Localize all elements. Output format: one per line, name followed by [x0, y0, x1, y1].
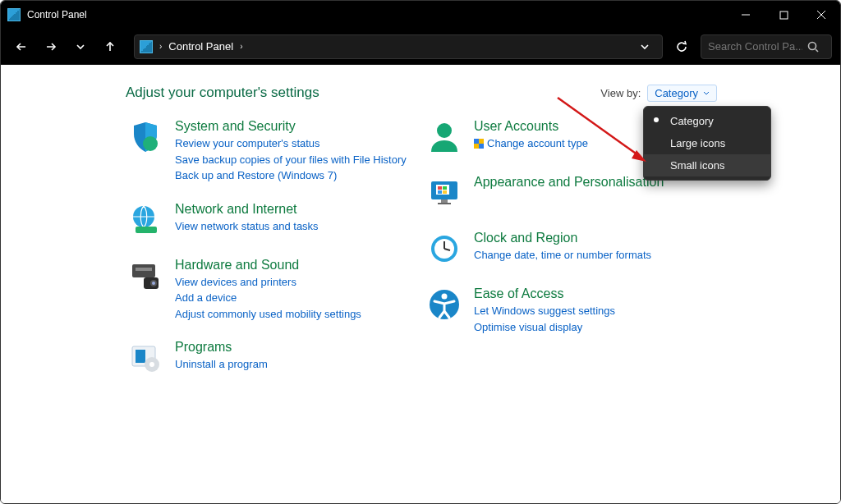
category-title[interactable]: Network and Internet: [175, 202, 319, 217]
svg-rect-35: [438, 203, 451, 204]
content-area: Adjust your computer's settings View by:…: [1, 65, 840, 504]
chevron-right-icon[interactable]: ›: [240, 42, 242, 51]
svg-rect-1: [780, 11, 788, 19]
svg-line-8: [816, 49, 818, 52]
monitor-icon: [425, 173, 464, 213]
refresh-button[interactable]: [668, 34, 696, 59]
view-by-selected: Category: [655, 87, 698, 99]
close-button[interactable]: [802, 1, 840, 29]
category-link[interactable]: Add a device: [175, 290, 361, 306]
shield-icon: [126, 117, 165, 157]
category-link[interactable]: Change account type: [474, 135, 588, 152]
category-title[interactable]: Hardware and Sound: [175, 258, 361, 273]
svg-point-7: [809, 42, 816, 49]
dropdown-option-small-icons[interactable]: Small icons: [644, 154, 770, 176]
uac-shield-icon: [474, 139, 484, 149]
category-link[interactable]: Change date, time or number formats: [474, 247, 651, 263]
svg-rect-24: [474, 139, 479, 144]
category-system-and-security: System and Security Review your computer…: [126, 117, 421, 184]
category-column-left: System and Security Review your computer…: [126, 117, 421, 394]
dropdown-option-category[interactable]: Category: [644, 110, 770, 132]
svg-point-41: [442, 294, 448, 300]
navigation-bar: › Control Panel ›: [1, 29, 840, 65]
maximize-button[interactable]: [765, 1, 802, 29]
window-title: Control Panel: [27, 9, 87, 21]
svg-rect-20: [136, 350, 145, 363]
search-box[interactable]: [701, 34, 832, 59]
category-link[interactable]: View devices and printers: [175, 274, 361, 291]
user-icon: [425, 117, 464, 157]
recent-locations-button[interactable]: [68, 34, 93, 59]
svg-rect-31: [443, 186, 447, 190]
page-heading: Adjust your computer's settings: [126, 85, 840, 101]
svg-rect-30: [438, 186, 442, 190]
forward-button[interactable]: [39, 34, 63, 59]
category-link[interactable]: Review your computer's status: [175, 135, 407, 152]
view-by-control: View by: Category: [600, 85, 717, 102]
svg-point-22: [149, 362, 154, 367]
up-button[interactable]: [98, 34, 122, 59]
globe-icon: [126, 200, 165, 240]
svg-point-11: [143, 136, 158, 151]
category-link[interactable]: Let Windows suggest settings: [474, 303, 615, 319]
control-panel-icon: [7, 8, 21, 21]
bullet-icon: [654, 117, 659, 122]
category-hardware-and-sound: Hardware and Sound View devices and prin…: [126, 256, 421, 323]
dropdown-option-large-icons[interactable]: Large icons: [644, 132, 770, 154]
category-link[interactable]: Uninstall a program: [175, 356, 268, 373]
back-button[interactable]: [9, 34, 34, 59]
category-programs: Programs Uninstall a program: [126, 338, 421, 378]
address-bar[interactable]: › Control Panel ›: [134, 34, 663, 59]
svg-rect-13: [136, 227, 157, 233]
view-by-label: View by:: [600, 87, 641, 99]
category-clock-and-region: Clock and Region Change date, time or nu…: [425, 229, 720, 268]
chevron-down-icon: [703, 90, 710, 97]
view-by-selector[interactable]: Category: [647, 85, 717, 102]
category-link[interactable]: Save backup copies of your files with Fi…: [175, 152, 407, 168]
search-icon: [807, 41, 819, 53]
category-ease-of-access: Ease of Access Let Windows suggest setti…: [425, 285, 720, 335]
svg-rect-34: [441, 199, 448, 203]
category-title[interactable]: Clock and Region: [474, 231, 651, 245]
programs-icon: [126, 338, 165, 378]
svg-point-18: [152, 282, 155, 285]
category-title[interactable]: Ease of Access: [474, 286, 615, 301]
category-title[interactable]: Programs: [175, 340, 268, 355]
control-panel-icon: [140, 40, 153, 53]
svg-rect-32: [438, 190, 442, 194]
address-history-button[interactable]: [632, 34, 657, 59]
printer-camera-icon: [126, 256, 165, 296]
svg-rect-27: [479, 144, 484, 149]
clock-icon: [425, 229, 464, 268]
category-title[interactable]: System and Security: [175, 119, 407, 134]
search-input[interactable]: [708, 40, 802, 53]
category-network-and-internet: Network and Internet View network status…: [126, 200, 421, 240]
category-title[interactable]: Appearance and Personalisation: [474, 175, 664, 190]
svg-rect-25: [479, 139, 484, 144]
minimize-button[interactable]: [727, 1, 765, 29]
view-by-dropdown: Category Large icons Small icons: [643, 106, 771, 181]
category-link[interactable]: Back up and Restore (Windows 7): [175, 167, 407, 184]
category-title[interactable]: User Accounts: [474, 119, 588, 134]
breadcrumb-root[interactable]: Control Panel: [168, 40, 233, 53]
category-link[interactable]: Optimise visual display: [474, 319, 615, 336]
svg-rect-26: [474, 144, 479, 149]
title-bar: Control Panel: [1, 1, 840, 29]
category-link[interactable]: View network status and tasks: [175, 218, 319, 235]
svg-rect-15: [136, 268, 152, 271]
chevron-right-icon[interactable]: ›: [159, 42, 162, 51]
svg-rect-33: [443, 190, 447, 194]
category-link[interactable]: Adjust commonly used mobility settings: [175, 306, 361, 323]
svg-point-23: [437, 123, 452, 138]
accessibility-icon: [425, 285, 464, 324]
